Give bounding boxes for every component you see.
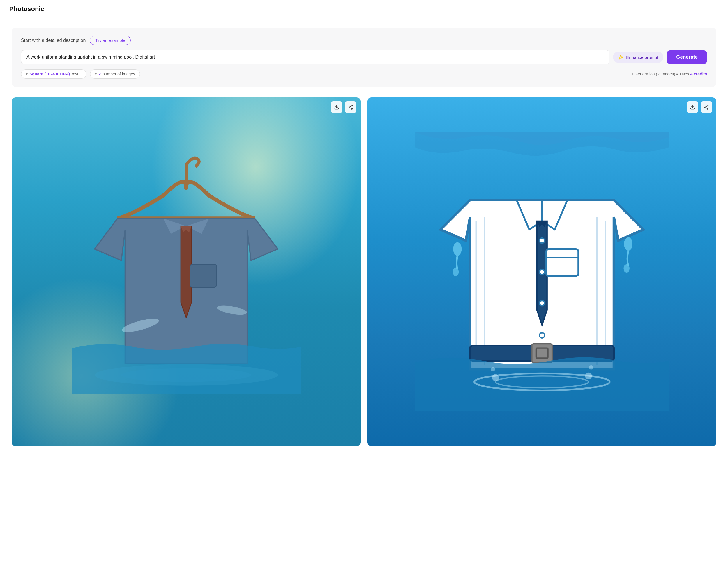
image-2-actions — [687, 102, 712, 113]
svg-line-38 — [705, 106, 707, 107]
image-1-actions — [331, 102, 357, 113]
size-option-suffix: result — [72, 72, 82, 76]
svg-point-28 — [624, 264, 629, 273]
credits-info: 1 Generation (2 images) = Uses 4 credits — [631, 72, 707, 76]
svg-rect-20 — [546, 249, 578, 276]
svg-point-25 — [453, 242, 461, 256]
svg-point-31 — [492, 374, 499, 381]
svg-point-33 — [585, 373, 592, 379]
images-count-value: 2 — [98, 72, 101, 76]
prompt-input-row: ✨ Enhance prompt Generate — [21, 50, 707, 64]
prompt-options-row: ▾ Square (1024 × 1024) result ▾ 2 number… — [21, 69, 707, 79]
image-card-2 — [367, 97, 716, 447]
images-grid — [12, 97, 716, 447]
images-count-suffix: number of images — [102, 72, 135, 76]
image-card-1 — [12, 97, 361, 447]
svg-point-21 — [539, 238, 544, 243]
size-chevron-icon: ▾ — [26, 72, 28, 76]
svg-point-23 — [539, 301, 544, 306]
svg-point-26 — [453, 267, 459, 276]
enhance-label: Enhance prompt — [626, 55, 658, 60]
images-count-pill[interactable]: ▾ 2 number of images — [90, 69, 140, 79]
enhance-prompt-button[interactable]: ✨ Enhance prompt — [613, 52, 663, 63]
image-2-download-button[interactable] — [687, 102, 698, 113]
svg-point-27 — [624, 237, 633, 251]
app-title: Photosonic — [9, 5, 44, 12]
description-label: Start with a detailed description — [21, 38, 86, 43]
svg-line-11 — [350, 108, 351, 109]
try-example-button[interactable]: Try an example — [90, 36, 131, 45]
credits-text-pre: 1 Generation (2 images) = Uses — [631, 72, 691, 76]
svg-point-9 — [352, 108, 353, 110]
prompt-card: Start with a detailed description Try an… — [12, 28, 716, 87]
main-content: Start with a detailed description Try an… — [0, 18, 728, 456]
svg-point-7 — [352, 105, 353, 106]
svg-line-10 — [350, 106, 351, 107]
wand-icon: ✨ — [618, 55, 624, 60]
image-2-share-button[interactable] — [701, 102, 712, 113]
svg-point-32 — [491, 367, 495, 372]
prompt-card-top-row: Start with a detailed description Try an… — [21, 36, 707, 45]
app-header: Photosonic — [0, 0, 728, 18]
size-option-pill[interactable]: ▾ Square (1024 × 1024) result — [21, 69, 87, 79]
images-chevron-icon: ▾ — [95, 72, 97, 76]
size-option-value: Square (1024 × 1024) — [29, 72, 70, 76]
svg-point-22 — [539, 269, 544, 274]
svg-point-37 — [707, 108, 708, 110]
generate-button[interactable]: Generate — [667, 50, 707, 64]
image-1-download-button[interactable] — [331, 102, 342, 113]
credits-count: 4 credits — [690, 72, 707, 76]
prompt-input[interactable] — [21, 50, 609, 64]
svg-rect-4 — [190, 264, 217, 287]
svg-rect-18 — [532, 344, 552, 363]
svg-point-34 — [589, 365, 593, 370]
image-1-share-button[interactable] — [345, 102, 357, 113]
image-1-visual — [12, 97, 361, 447]
svg-line-39 — [705, 108, 707, 109]
svg-point-24 — [539, 333, 544, 338]
svg-point-8 — [349, 107, 350, 108]
image-2-visual — [367, 97, 716, 447]
svg-point-35 — [707, 105, 708, 106]
svg-point-36 — [705, 107, 706, 108]
